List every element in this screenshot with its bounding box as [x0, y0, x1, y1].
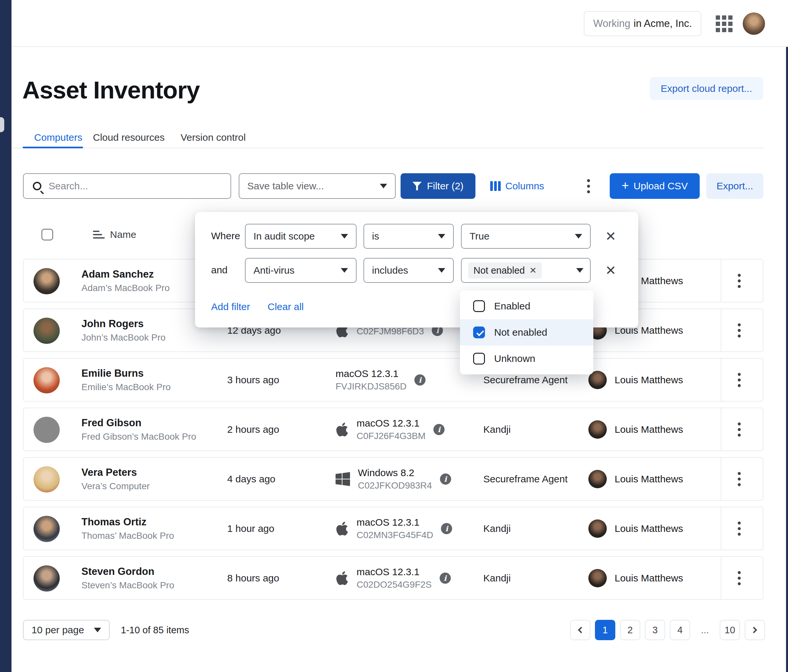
row-kebab-icon[interactable]	[738, 322, 741, 339]
chevron-right-icon	[751, 627, 757, 633]
page-button-4[interactable]: 4	[670, 620, 690, 640]
chip-remove-icon[interactable]: ✕	[529, 265, 537, 276]
search-icon	[33, 182, 41, 190]
row-kebab-icon[interactable]	[738, 421, 741, 438]
chevron-down-icon	[94, 628, 101, 632]
table-row[interactable]: Fred GibsonFred Gibson’s MacBook Pro 2 h…	[23, 407, 763, 451]
filter-field-value: Anti-virus	[253, 265, 294, 276]
filter-operator-value: is	[372, 231, 379, 242]
row-os: macOS 12.3.1FVJIRKDJS856D i	[335, 359, 426, 401]
top-header: Working in Acme, Inc.	[11, 0, 788, 47]
serial-number: C02DO254G9F2S	[357, 580, 432, 590]
row-kebab-icon[interactable]	[738, 371, 741, 388]
sidebar-collapse-handle[interactable]	[0, 117, 4, 132]
save-table-view-select[interactable]: Save table view...	[239, 173, 396, 199]
filter-operator-select[interactable]: is	[364, 224, 454, 249]
active-tab-underline	[23, 147, 83, 148]
row-kebab-icon[interactable]	[738, 273, 741, 289]
upload-csv-button[interactable]: + Upload CSV	[610, 173, 700, 199]
checkbox-unchecked[interactable]	[473, 300, 485, 312]
pagination-range-label: 1-10 of 85 items	[121, 620, 189, 640]
row-owner: Louis Matthews	[588, 458, 683, 500]
chevron-left-icon	[578, 627, 585, 633]
info-icon[interactable]: i	[440, 572, 451, 584]
checkbox-unchecked[interactable]	[473, 353, 485, 365]
sort-icon	[93, 231, 105, 239]
chevron-down-icon	[438, 234, 445, 239]
filter-operator-select[interactable]: includes	[364, 258, 454, 283]
apple-icon	[335, 521, 349, 536]
info-icon[interactable]: i	[434, 424, 445, 435]
serial-number: C02FJM98F6D3	[357, 326, 424, 337]
row-device-name: Thomas’ MacBook Pro	[81, 531, 174, 541]
row-name: Adam Sanchez	[81, 268, 154, 280]
tab-cloud-resources[interactable]: Cloud resources	[93, 132, 165, 143]
page-title: Asset Inventory	[22, 76, 200, 104]
row-divider	[721, 359, 721, 401]
row-kebab-icon[interactable]	[738, 471, 741, 487]
dropdown-option-unknown[interactable]: Unknown	[460, 346, 593, 372]
toolbar-kebab-icon[interactable]	[587, 178, 590, 195]
dropdown-option-enabled[interactable]: Enabled	[460, 293, 593, 319]
filter-value-multiselect[interactable]: Not enabled ✕	[461, 258, 591, 283]
filter-value-select[interactable]: True	[461, 224, 591, 249]
serial-number: C02MN3FG45F4D	[357, 530, 433, 540]
search-box[interactable]	[23, 173, 231, 199]
export-cloud-report-button[interactable]: Export cloud report...	[650, 77, 763, 100]
filter-field-select[interactable]: Anti-virus	[245, 258, 357, 283]
page-button-2[interactable]: 2	[620, 620, 640, 640]
table-row[interactable]: Vera PetersVera’s Computer 4 days ago Wi…	[23, 457, 763, 501]
select-all-checkbox[interactable]	[41, 229, 53, 241]
row-os: Windows 8.2C02JFKOD983R4 i	[335, 458, 451, 500]
export-button[interactable]: Export...	[706, 173, 763, 199]
search-input[interactable]	[49, 181, 224, 192]
page-button-3[interactable]: 3	[645, 620, 665, 640]
columns-label: Columns	[505, 181, 544, 192]
table-row[interactable]: Thomas OrtizThomas’ MacBook Pro 1 hour a…	[23, 507, 763, 550]
filter-button[interactable]: Filter (2)	[400, 173, 475, 199]
previous-page-button[interactable]	[570, 620, 590, 640]
row-device-name: Steven’s MacBook Pro	[81, 580, 174, 591]
save-table-view-label: Save table view...	[247, 181, 324, 192]
checkbox-checked[interactable]	[473, 326, 485, 338]
row-kebab-icon[interactable]	[738, 520, 741, 537]
info-icon[interactable]: i	[441, 523, 452, 534]
windows-icon	[335, 472, 350, 486]
tabs-divider	[11, 147, 763, 148]
name-column-header[interactable]: Name	[93, 227, 136, 243]
os-name: macOS 12.3.1	[357, 418, 426, 429]
page-button-1[interactable]: 1	[595, 620, 615, 640]
tab-version-control[interactable]: Version control	[181, 132, 246, 143]
row-avatar	[33, 268, 60, 294]
left-nav-strip	[0, 0, 11, 672]
filter-field-select[interactable]: In audit scope	[245, 224, 357, 249]
apple-icon	[335, 422, 349, 437]
info-icon[interactable]: i	[415, 374, 426, 385]
apps-grid-icon[interactable]	[716, 16, 732, 32]
close-icon[interactable]: ✕	[604, 263, 618, 277]
dropdown-option-not-enabled[interactable]: Not enabled	[460, 319, 593, 346]
close-icon[interactable]: ✕	[604, 229, 618, 244]
next-page-button[interactable]	[745, 620, 765, 640]
filter-value: True	[470, 231, 489, 242]
add-filter-link[interactable]: Add filter	[211, 301, 250, 312]
table-row[interactable]: Steven GordonSteven’s MacBook Pro 8 hour…	[23, 556, 763, 600]
row-kebab-icon[interactable]	[738, 570, 741, 586]
row-agent: Kandji	[483, 408, 510, 450]
info-icon[interactable]: i	[440, 474, 451, 485]
tab-computers[interactable]: Computers	[34, 132, 83, 143]
chevron-down-icon	[438, 268, 445, 273]
clear-all-link[interactable]: Clear all	[268, 301, 304, 312]
os-name: macOS 12.3.1	[357, 566, 432, 577]
user-avatar[interactable]	[743, 13, 765, 35]
row-agent: Kandji	[483, 507, 510, 550]
workspace-switcher-button[interactable]: Working in Acme, Inc.	[584, 11, 701, 36]
owner-avatar	[588, 420, 607, 439]
page-button-10[interactable]: 10	[720, 620, 740, 640]
page-ellipsis: ...	[695, 620, 715, 640]
owner-avatar	[588, 470, 607, 488]
columns-button[interactable]: Columns	[490, 173, 544, 199]
per-page-select[interactable]: 10 per page	[23, 620, 110, 640]
chevron-down-icon	[575, 234, 582, 239]
table-row[interactable]: Emilie BurnsEmilie’s MacBook Pro 3 hours…	[23, 358, 763, 402]
